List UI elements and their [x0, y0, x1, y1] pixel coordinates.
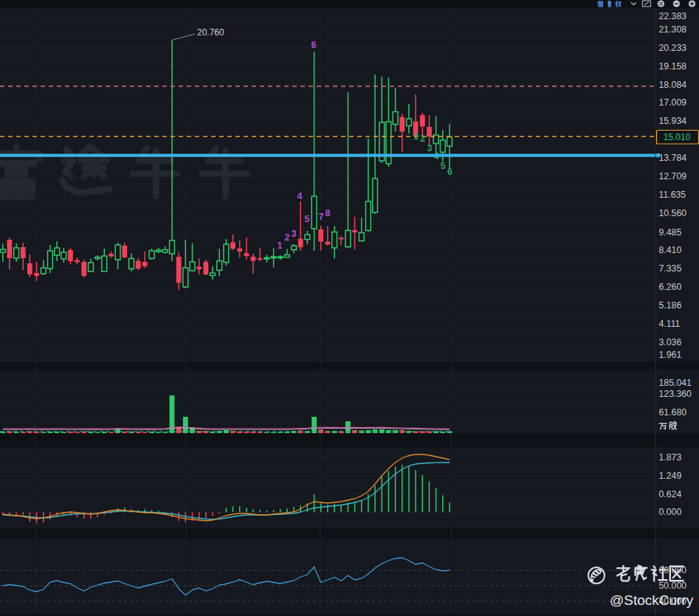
- svg-text:3: 3: [427, 143, 432, 153]
- svg-text:20.233: 20.233: [659, 43, 687, 53]
- svg-text:9.485: 9.485: [659, 227, 682, 238]
- svg-text:185.041: 185.041: [659, 378, 692, 388]
- svg-text:11.635: 11.635: [659, 190, 686, 200]
- svg-text:19.158: 19.158: [659, 61, 687, 72]
- svg-text:61.680: 61.680: [659, 407, 687, 418]
- svg-text:5: 5: [441, 161, 446, 171]
- svg-text:1: 1: [413, 131, 419, 142]
- svg-text:7.335: 7.335: [659, 263, 682, 274]
- svg-text:7: 7: [319, 212, 324, 222]
- svg-text:123.360: 123.360: [659, 389, 692, 399]
- svg-text:6.260: 6.260: [659, 282, 682, 292]
- svg-text:0.000: 0.000: [659, 507, 682, 517]
- svg-text:50.000: 50.000: [659, 581, 687, 591]
- svg-text:15.010: 15.010: [664, 132, 691, 142]
- svg-text:8.410: 8.410: [659, 245, 682, 255]
- svg-text:18.084: 18.084: [659, 80, 687, 90]
- svg-text:@StockCurry: @StockCurry: [610, 592, 694, 608]
- svg-text:3.036: 3.036: [659, 337, 682, 347]
- svg-text:5.186: 5.186: [659, 300, 682, 311]
- svg-text:17.009: 17.009: [659, 97, 687, 108]
- svg-text:5: 5: [305, 214, 310, 224]
- svg-text:13.784: 13.784: [659, 153, 687, 163]
- svg-text:1: 1: [278, 240, 283, 251]
- svg-text:4: 4: [297, 191, 303, 201]
- svg-text:3: 3: [292, 229, 297, 239]
- svg-text:8: 8: [326, 208, 331, 218]
- svg-text:15.934: 15.934: [659, 116, 687, 126]
- svg-text:2: 2: [420, 134, 425, 144]
- svg-text:12.709: 12.709: [659, 171, 687, 181]
- svg-text:21.308: 21.308: [659, 24, 687, 35]
- svg-text:6: 6: [311, 40, 317, 50]
- svg-text:10.560: 10.560: [659, 208, 687, 218]
- svg-text:6: 6: [447, 167, 452, 177]
- svg-text:22.383: 22.383: [659, 11, 687, 21]
- svg-text:0.624: 0.624: [659, 489, 682, 499]
- svg-text:20.760: 20.760: [197, 27, 224, 38]
- svg-text:4.111: 4.111: [659, 319, 681, 329]
- svg-text:2: 2: [285, 232, 290, 243]
- svg-text:1.873: 1.873: [659, 452, 682, 463]
- svg-text:1.961: 1.961: [659, 350, 682, 360]
- svg-text:1.249: 1.249: [659, 471, 682, 481]
